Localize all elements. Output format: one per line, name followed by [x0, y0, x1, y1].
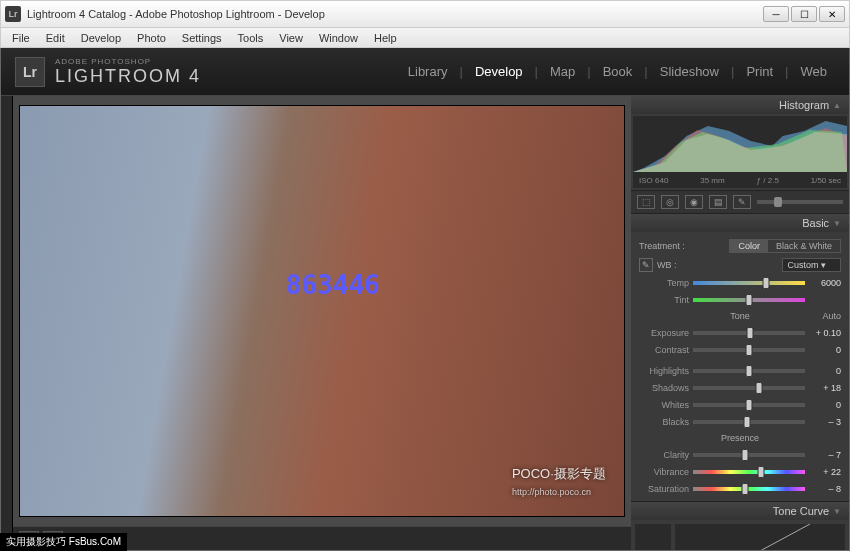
menu-settings[interactable]: Settings — [175, 30, 229, 46]
whites-slider[interactable] — [693, 403, 805, 407]
brand-large: LIGHTROOM 4 — [55, 66, 400, 87]
module-develop[interactable]: Develop — [467, 60, 531, 83]
treatment-color[interactable]: Color — [730, 240, 768, 252]
close-button[interactable]: ✕ — [819, 6, 845, 22]
menu-window[interactable]: Window — [312, 30, 365, 46]
tint-slider[interactable] — [693, 298, 805, 302]
grad-icon[interactable]: ▤ — [709, 195, 727, 209]
saturation-value[interactable]: – 8 — [809, 484, 841, 494]
highlights-slider[interactable] — [693, 369, 805, 373]
preview-image: 863446 POCO·摄影专题 http://photo.poco.cn — [19, 105, 625, 518]
redeye-icon[interactable]: ◉ — [685, 195, 703, 209]
shadows-slider[interactable] — [693, 386, 805, 390]
module-web[interactable]: Web — [793, 60, 836, 83]
brush-icon[interactable]: ✎ — [733, 195, 751, 209]
tint-label: Tint — [639, 295, 689, 305]
maximize-button[interactable]: ☐ — [791, 6, 817, 22]
wb-label: WB : — [657, 260, 677, 270]
module-print[interactable]: Print — [738, 60, 781, 83]
shadows-value[interactable]: + 18 — [809, 383, 841, 393]
lightroom-logo: Lr — [15, 57, 45, 87]
overlay-text: 863446 — [286, 270, 380, 300]
whites-label: Whites — [639, 400, 689, 410]
minimize-button[interactable]: ─ — [763, 6, 789, 22]
menu-develop[interactable]: Develop — [74, 30, 128, 46]
saturation-slider[interactable] — [693, 487, 805, 491]
histo-focal: 35 mm — [700, 176, 724, 185]
histogram-header[interactable]: Histogram▲ — [631, 96, 849, 114]
module-map[interactable]: Map — [542, 60, 583, 83]
clarity-value[interactable]: – 7 — [809, 450, 841, 460]
highlights-label: Highlights — [639, 366, 689, 376]
vibrance-label: Vibrance — [639, 467, 689, 477]
window-titlebar: Lr Lightroom 4 Catalog - Adobe Photoshop… — [0, 0, 850, 28]
tone-curve-header[interactable]: Tone Curve▼ — [631, 502, 849, 520]
temp-label: Temp — [639, 278, 689, 288]
develop-right-panel: Histogram▲ ISO 640 35 mm ƒ / 2.5 1/50 se… — [631, 96, 849, 550]
clarity-slider[interactable] — [693, 453, 805, 457]
auto-tone-button[interactable]: Auto — [822, 311, 841, 321]
basic-panel-header[interactable]: Basic▼ — [631, 214, 849, 232]
treatment-label: Treatment : — [639, 241, 685, 251]
exposure-slider[interactable] — [693, 331, 805, 335]
treatment-bw[interactable]: Black & White — [768, 240, 840, 252]
module-library[interactable]: Library — [400, 60, 456, 83]
brand-small: ADOBE PHOTOSHOP — [55, 57, 400, 66]
saturation-label: Saturation — [639, 484, 689, 494]
tone-subheader: Tone — [730, 311, 750, 321]
crop-icon[interactable]: ⬚ — [637, 195, 655, 209]
app-icon: Lr — [5, 6, 21, 22]
histo-shutter: 1/50 sec — [811, 176, 841, 185]
menu-file[interactable]: File — [5, 30, 37, 46]
histogram-display[interactable]: ISO 640 35 mm ƒ / 2.5 1/50 sec — [633, 116, 847, 188]
highlights-value[interactable]: 0 — [809, 366, 841, 376]
whites-value[interactable]: 0 — [809, 400, 841, 410]
shadows-label: Shadows — [639, 383, 689, 393]
module-slideshow[interactable]: Slideshow — [652, 60, 727, 83]
vibrance-slider[interactable] — [693, 470, 805, 474]
menu-tools[interactable]: Tools — [231, 30, 271, 46]
presence-subheader: Presence — [721, 433, 759, 443]
wb-preset-select[interactable]: Custom ▾ — [782, 258, 841, 272]
blacks-slider[interactable] — [693, 420, 805, 424]
blacks-label: Blacks — [639, 417, 689, 427]
clarity-label: Clarity — [639, 450, 689, 460]
menu-bar: File Edit Develop Photo Settings Tools V… — [0, 28, 850, 48]
module-book[interactable]: Book — [595, 60, 641, 83]
contrast-label: Contrast — [639, 345, 689, 355]
temp-value[interactable]: 6000 — [809, 278, 841, 288]
contrast-value[interactable]: 0 — [809, 345, 841, 355]
contrast-slider[interactable] — [693, 348, 805, 352]
histo-aperture: ƒ / 2.5 — [757, 176, 779, 185]
exposure-value[interactable]: + 0.10 — [809, 328, 841, 338]
left-panel-collapsed[interactable] — [1, 96, 13, 550]
vibrance-value[interactable]: + 22 — [809, 467, 841, 477]
spot-icon[interactable]: ◎ — [661, 195, 679, 209]
module-picker-bar: Lr ADOBE PHOTOSHOP LIGHTROOM 4 Library| … — [1, 48, 849, 96]
exposure-label: Exposure — [639, 328, 689, 338]
histo-iso: ISO 640 — [639, 176, 668, 185]
blacks-value[interactable]: – 3 — [809, 417, 841, 427]
window-title: Lightroom 4 Catalog - Adobe Photoshop Li… — [27, 8, 763, 20]
image-preview-area[interactable]: 863446 POCO·摄影专题 http://photo.poco.cn — [13, 96, 631, 526]
svg-line-0 — [710, 524, 810, 550]
mask-slider[interactable] — [757, 200, 843, 204]
tone-curve-histogram — [635, 524, 671, 550]
menu-photo[interactable]: Photo — [130, 30, 173, 46]
menu-edit[interactable]: Edit — [39, 30, 72, 46]
watermark: POCO·摄影专题 http://photo.poco.cn — [512, 465, 606, 498]
source-badge: 实用摄影技巧 FsBus.CoM — [0, 533, 127, 551]
temp-slider[interactable] — [693, 281, 805, 285]
local-adjustment-toolstrip: ⬚ ◎ ◉ ▤ ✎ — [631, 191, 849, 214]
tone-curve-graph[interactable] — [675, 524, 845, 550]
menu-view[interactable]: View — [272, 30, 310, 46]
menu-help[interactable]: Help — [367, 30, 404, 46]
wb-dropper-icon[interactable]: ✎ — [639, 258, 653, 272]
